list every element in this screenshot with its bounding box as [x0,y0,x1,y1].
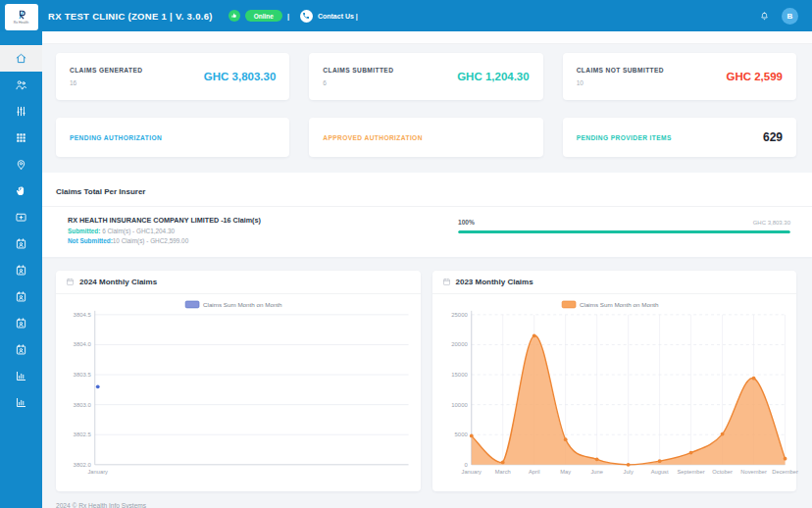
progress-bar [458,230,790,233]
svg-text:October: October [712,469,733,475]
svg-text:June: June [590,469,602,475]
stat-info: CLAIMS SUBMITTED6 [323,67,393,86]
appointment-icon [15,317,27,330]
svg-text:April: April [528,469,539,475]
stat-count: 10 [577,79,664,86]
insurer-info: RX HEALTH INSURANCE COMPANY LIMITED -16 … [68,216,429,244]
appointment-icon [15,343,27,356]
sidebar-item-appointment[interactable] [0,257,42,283]
svg-text:3802.0: 3802.0 [74,462,92,468]
chart-title-2024: 2024 Monthly Claims [79,278,157,286]
appointment-icon [15,237,27,250]
auth-label: PENDING PROVIDER ITEMS [577,134,672,141]
monthly-claims-2023-chart: 2500020000150001000050000JanuaryMarchApr… [436,297,793,491]
sidebar-item-filters[interactable] [0,98,42,125]
top-header: Rx Health RX TEST CLINIC (ZONE 1 | V. 3.… [0,0,812,31]
sidebar-item-patients[interactable] [0,72,42,98]
sidebar-item-bar-chart[interactable] [0,389,42,416]
sidebar-item-bar-chart[interactable] [0,363,42,389]
charts-row: 2024 Monthly Claims 3804.53804.03803.538… [42,271,812,491]
auth-value: 629 [763,130,783,144]
chart-card-2023: 2023 Monthly Claims 25000200001500010000… [432,271,797,491]
sub-header-strip [42,31,812,44]
patients-icon [15,78,27,91]
auth-label: APPROVED AUTHORIZATION [323,134,422,141]
svg-text:January: January [87,469,108,475]
chart-body: 2500020000150001000050000JanuaryMarchApr… [432,294,797,491]
sidebar-item-appointment[interactable] [0,310,42,336]
home-icon [15,52,27,65]
app-logo[interactable]: Rx Health [5,4,38,30]
footer-copyright: 2024 © Rx Health Info Systems [42,491,812,508]
progress-total: GHC 3,803.30 [753,220,790,226]
sidebar-item-location-pin[interactable] [0,151,42,178]
sidebar-item-home[interactable] [0,45,42,72]
auth-card[interactable]: PENDING AUTHORIZATION [56,118,289,157]
svg-text:3803.5: 3803.5 [74,372,92,378]
auth-card[interactable]: PENDING PROVIDER ITEMS629 [563,118,796,157]
svg-text:0: 0 [464,462,468,468]
logo-text: Rx Health [14,22,28,25]
notifications-bell-icon[interactable] [759,11,770,22]
svg-text:September: September [677,469,704,475]
svg-text:3803.0: 3803.0 [74,402,92,408]
bar-chart-icon [15,396,27,409]
contact-us-link[interactable]: Contact Us | [318,13,358,20]
svg-text:January: January [461,469,482,475]
stat-card[interactable]: CLAIMS NOT SUBMITTED10GHC 2,599 [563,53,796,100]
svg-text:20000: 20000 [451,341,468,347]
panel-title: Claims Total Per Insurer [56,187,145,196]
sidebar-item-appointment[interactable] [0,283,42,310]
apps-grid-icon [15,131,27,144]
stat-count: 16 [70,79,142,86]
sidebar-item-hand[interactable] [0,178,42,204]
online-badge: Online [245,10,282,22]
stats-row: CLAIMS GENERATED16GHC 3,803.30CLAIMS SUB… [42,53,812,100]
insurer-row[interactable]: RX HEALTH INSURANCE COMPANY LIMITED -16 … [42,207,812,257]
stat-card[interactable]: CLAIMS GENERATED16GHC 3,803.30 [56,53,289,100]
header-actions: B [759,8,812,25]
stat-label: CLAIMS GENERATED [70,67,142,74]
claims-card-icon [15,211,27,224]
svg-text:10000: 10000 [451,402,468,408]
insurer-panel: Claims Total Per Insurer RX HEALTH INSUR… [42,173,812,257]
separator: | [287,13,289,20]
sidebar-item-apps-grid[interactable] [0,125,42,151]
insurer-progress: 100% GHC 3,803.30 [458,216,790,233]
stat-card[interactable]: CLAIMS SUBMITTED6GHC 1,204.30 [309,53,542,100]
sidebar-item-appointment[interactable] [0,336,42,363]
phone-icon[interactable] [300,10,313,23]
sidebar-item-appointment[interactable] [0,230,42,257]
submitted-value: 6 Claim(s) - GHC1,204.30 [100,228,175,234]
filters-icon [15,105,27,118]
chart-body: 3804.53804.03803.53803.03802.53802.0Janu… [56,294,421,491]
svg-text:May: May [560,469,571,475]
dashboard-app: Rx Health RX TEST CLINIC (ZONE 1 | V. 3.… [0,0,812,508]
hand-icon [15,184,27,197]
stat-info: CLAIMS GENERATED16 [70,67,142,86]
calendar-icon [66,278,75,286]
svg-text:5000: 5000 [454,432,468,437]
auth-card[interactable]: APPROVED AUTHORIZATION [309,118,542,157]
location-pin-icon [15,158,27,171]
appointment-icon [15,290,27,303]
chart-title-2023: 2023 Monthly Claims [456,278,533,286]
svg-text:November: November [740,469,767,475]
chart-head: 2023 Monthly Claims [432,271,797,294]
chart-legend[interactable]: Claims Sum Month on Month [185,301,282,308]
status-cluster: Online | Contact Us | [228,10,358,23]
svg-text:3804.5: 3804.5 [74,312,92,318]
not-submitted-value: 10 Claim(s) - GHC2,599.00 [113,237,188,244]
user-avatar[interactable]: B [782,8,798,25]
svg-text:3802.5: 3802.5 [74,432,92,437]
stat-label: CLAIMS SUBMITTED [323,67,393,74]
chart-card-2024: 2024 Monthly Claims 3804.53804.03803.538… [56,271,421,491]
stat-count: 6 [323,79,393,86]
chart-legend[interactable]: Claims Sum Month on Month [562,301,659,308]
svg-text:3804.0: 3804.0 [74,341,92,347]
svg-text:Claims Sum Month on Month: Claims Sum Month on Month [203,301,282,308]
stat-info: CLAIMS NOT SUBMITTED10 [577,67,664,86]
sidebar-item-claims-card[interactable] [0,204,42,230]
svg-text:December: December [772,469,798,475]
auth-label: PENDING AUTHORIZATION [70,134,162,141]
